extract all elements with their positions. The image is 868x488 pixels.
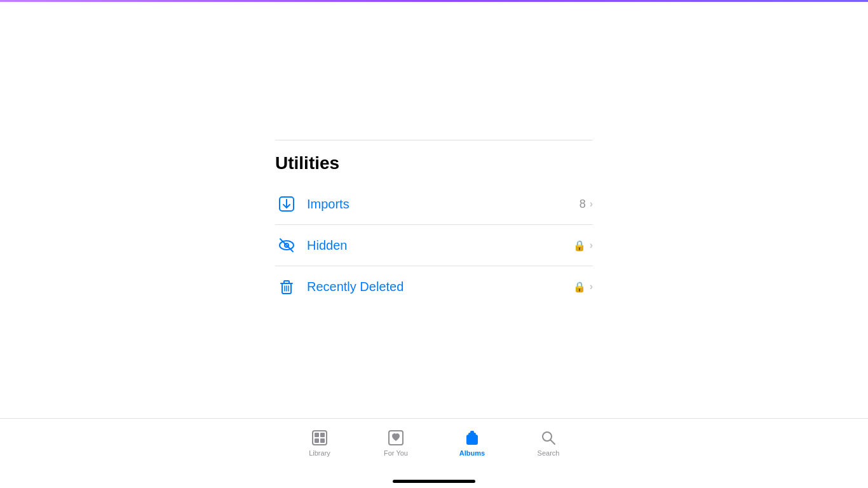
tab-albums[interactable]: Albums bbox=[434, 425, 510, 457]
svg-rect-15 bbox=[320, 438, 325, 443]
svg-rect-14 bbox=[315, 438, 319, 443]
imports-right: 8 › bbox=[580, 198, 593, 211]
svg-rect-12 bbox=[315, 433, 319, 437]
search-icon bbox=[539, 429, 557, 447]
imports-chevron: › bbox=[590, 198, 593, 210]
imports-label: Imports bbox=[307, 197, 580, 212]
svg-rect-13 bbox=[320, 433, 325, 437]
recently-deleted-icon bbox=[275, 275, 298, 298]
search-label: Search bbox=[538, 449, 560, 457]
albums-label: Albums bbox=[459, 449, 485, 457]
recently-deleted-label: Recently Deleted bbox=[307, 280, 573, 294]
imports-count: 8 bbox=[580, 198, 586, 211]
hidden-lock: 🔒 bbox=[573, 240, 586, 252]
library-icon bbox=[311, 429, 329, 447]
for-you-label: For You bbox=[384, 449, 408, 457]
svg-line-21 bbox=[551, 440, 555, 445]
imports-row[interactable]: Imports 8 › bbox=[275, 184, 593, 225]
hidden-label: Hidden bbox=[307, 238, 573, 253]
section-title: Utilities bbox=[275, 153, 593, 173]
svg-rect-17 bbox=[466, 435, 478, 445]
top-border bbox=[0, 0, 868, 2]
tab-bar: Library For You Albums Search bbox=[0, 418, 868, 488]
recently-deleted-row[interactable]: Recently Deleted 🔒 › bbox=[275, 266, 593, 307]
hidden-chevron: › bbox=[590, 240, 593, 251]
albums-icon bbox=[463, 429, 481, 447]
recently-deleted-lock: 🔒 bbox=[573, 281, 586, 293]
tab-for-you[interactable]: For You bbox=[358, 425, 434, 457]
hidden-icon bbox=[275, 234, 298, 257]
section-divider bbox=[275, 140, 593, 140]
main-content: Utilities Imports 8 › Hidden 🔒 › bbox=[275, 140, 593, 307]
home-indicator bbox=[393, 480, 475, 483]
svg-rect-7 bbox=[284, 281, 289, 283]
tab-library[interactable]: Library bbox=[281, 425, 358, 457]
library-label: Library bbox=[309, 449, 330, 457]
for-you-icon bbox=[387, 429, 405, 447]
hidden-right: 🔒 › bbox=[573, 240, 593, 252]
recently-deleted-chevron: › bbox=[590, 281, 593, 292]
hidden-row[interactable]: Hidden 🔒 › bbox=[275, 225, 593, 266]
imports-icon bbox=[275, 193, 298, 215]
recently-deleted-right: 🔒 › bbox=[573, 281, 593, 293]
tab-search[interactable]: Search bbox=[510, 425, 587, 457]
svg-rect-19 bbox=[470, 431, 474, 433]
